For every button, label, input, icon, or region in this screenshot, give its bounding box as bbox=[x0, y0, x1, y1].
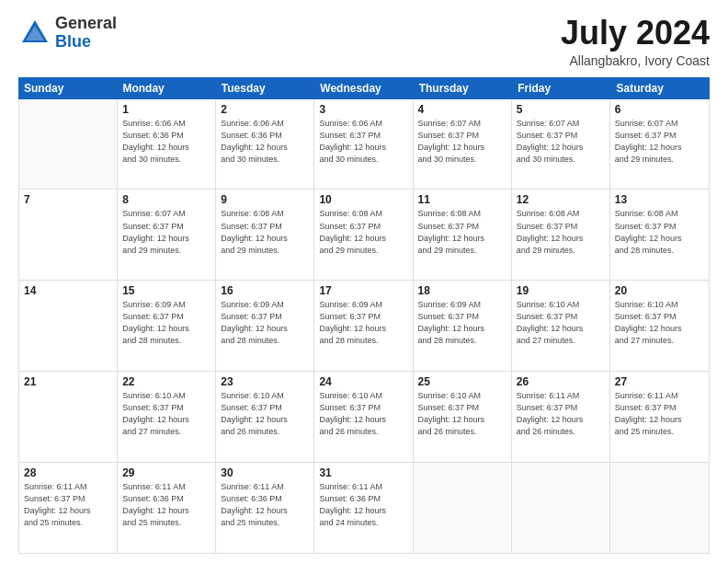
day-info: Sunrise: 6:11 AM Sunset: 6:37 PM Dayligh… bbox=[517, 390, 605, 438]
calendar-cell: 3Sunrise: 6:06 AM Sunset: 6:37 PM Daylig… bbox=[314, 99, 413, 190]
calendar-cell: 28Sunrise: 6:11 AM Sunset: 6:37 PM Dayli… bbox=[19, 463, 118, 553]
logo-blue: Blue bbox=[55, 33, 117, 52]
page: General Blue July 2024 Allangbakro, Ivor… bbox=[0, 0, 728, 563]
day-info: Sunrise: 6:08 AM Sunset: 6:37 PM Dayligh… bbox=[615, 208, 704, 256]
calendar-weekday: Tuesday bbox=[216, 77, 314, 99]
day-number: 21 bbox=[24, 375, 112, 388]
calendar-cell: 21 bbox=[19, 372, 118, 462]
day-info: Sunrise: 6:10 AM Sunset: 6:37 PM Dayligh… bbox=[319, 390, 407, 438]
calendar-cell: 19Sunrise: 6:10 AM Sunset: 6:37 PM Dayli… bbox=[512, 281, 610, 371]
day-info: Sunrise: 6:08 AM Sunset: 6:37 PM Dayligh… bbox=[221, 208, 309, 256]
subtitle: Allangbakro, Ivory Coast bbox=[561, 53, 710, 68]
day-number: 30 bbox=[221, 466, 309, 479]
calendar-weekday: Wednesday bbox=[314, 77, 413, 99]
calendar-row: 28Sunrise: 6:11 AM Sunset: 6:37 PM Dayli… bbox=[19, 463, 709, 553]
calendar-cell bbox=[610, 463, 709, 553]
day-number: 10 bbox=[319, 193, 407, 206]
calendar-cell: 27Sunrise: 6:11 AM Sunset: 6:37 PM Dayli… bbox=[610, 372, 709, 462]
calendar-cell: 7 bbox=[19, 190, 118, 280]
day-number: 20 bbox=[615, 284, 704, 297]
day-info: Sunrise: 6:09 AM Sunset: 6:37 PM Dayligh… bbox=[418, 299, 506, 347]
calendar-cell: 8Sunrise: 6:07 AM Sunset: 6:37 PM Daylig… bbox=[118, 190, 216, 280]
day-number: 12 bbox=[517, 193, 605, 206]
calendar-cell: 22Sunrise: 6:10 AM Sunset: 6:37 PM Dayli… bbox=[118, 372, 216, 462]
day-number: 11 bbox=[418, 193, 506, 206]
calendar-cell: 30Sunrise: 6:11 AM Sunset: 6:36 PM Dayli… bbox=[216, 463, 314, 553]
day-info: Sunrise: 6:07 AM Sunset: 6:37 PM Dayligh… bbox=[615, 118, 704, 166]
calendar-cell: 13Sunrise: 6:08 AM Sunset: 6:37 PM Dayli… bbox=[610, 190, 709, 280]
day-number: 2 bbox=[221, 103, 309, 116]
day-info: Sunrise: 6:09 AM Sunset: 6:37 PM Dayligh… bbox=[122, 299, 210, 347]
logo: General Blue bbox=[18, 15, 117, 52]
day-number: 7 bbox=[24, 193, 112, 206]
day-number: 14 bbox=[24, 284, 112, 297]
day-info: Sunrise: 6:08 AM Sunset: 6:37 PM Dayligh… bbox=[319, 208, 407, 256]
calendar-row: 1415Sunrise: 6:09 AM Sunset: 6:37 PM Day… bbox=[19, 281, 709, 372]
day-info: Sunrise: 6:10 AM Sunset: 6:37 PM Dayligh… bbox=[517, 299, 605, 347]
calendar-cell bbox=[512, 463, 610, 553]
title-block: July 2024 Allangbakro, Ivory Coast bbox=[561, 15, 710, 68]
calendar-cell: 23Sunrise: 6:10 AM Sunset: 6:37 PM Dayli… bbox=[216, 372, 314, 462]
day-info: Sunrise: 6:11 AM Sunset: 6:36 PM Dayligh… bbox=[221, 481, 309, 529]
calendar-cell: 4Sunrise: 6:07 AM Sunset: 6:37 PM Daylig… bbox=[414, 99, 512, 190]
calendar-cell: 15Sunrise: 6:09 AM Sunset: 6:37 PM Dayli… bbox=[118, 281, 216, 371]
day-number: 1 bbox=[122, 103, 210, 116]
day-info: Sunrise: 6:06 AM Sunset: 6:36 PM Dayligh… bbox=[122, 118, 210, 166]
day-number: 17 bbox=[319, 284, 407, 297]
calendar-body: 1Sunrise: 6:06 AM Sunset: 6:36 PM Daylig… bbox=[18, 99, 710, 554]
calendar-cell: 14 bbox=[19, 281, 118, 371]
calendar-cell: 31Sunrise: 6:11 AM Sunset: 6:36 PM Dayli… bbox=[314, 463, 413, 553]
day-number: 23 bbox=[221, 375, 309, 388]
calendar-cell: 11Sunrise: 6:08 AM Sunset: 6:37 PM Dayli… bbox=[414, 190, 512, 280]
day-info: Sunrise: 6:11 AM Sunset: 6:37 PM Dayligh… bbox=[24, 481, 112, 529]
day-info: Sunrise: 6:11 AM Sunset: 6:37 PM Dayligh… bbox=[615, 390, 704, 438]
day-number: 24 bbox=[319, 375, 407, 388]
day-number: 3 bbox=[319, 103, 407, 116]
calendar-cell: 18Sunrise: 6:09 AM Sunset: 6:37 PM Dayli… bbox=[414, 281, 512, 371]
day-info: Sunrise: 6:06 AM Sunset: 6:36 PM Dayligh… bbox=[221, 118, 309, 166]
day-number: 13 bbox=[615, 193, 704, 206]
calendar-cell: 16Sunrise: 6:09 AM Sunset: 6:37 PM Dayli… bbox=[216, 281, 314, 371]
day-number: 29 bbox=[122, 466, 210, 479]
calendar-cell: 6Sunrise: 6:07 AM Sunset: 6:37 PM Daylig… bbox=[610, 99, 709, 190]
day-number: 4 bbox=[418, 103, 506, 116]
logo-text: General Blue bbox=[55, 15, 117, 52]
day-number: 31 bbox=[319, 466, 407, 479]
calendar-cell: 24Sunrise: 6:10 AM Sunset: 6:37 PM Dayli… bbox=[314, 372, 413, 462]
calendar-cell: 20Sunrise: 6:10 AM Sunset: 6:37 PM Dayli… bbox=[610, 281, 709, 371]
day-info: Sunrise: 6:07 AM Sunset: 6:37 PM Dayligh… bbox=[418, 118, 506, 166]
calendar-weekday: Monday bbox=[117, 77, 215, 99]
calendar-weekday: Thursday bbox=[414, 77, 512, 99]
calendar-weekday: Sunday bbox=[18, 77, 117, 99]
day-info: Sunrise: 6:10 AM Sunset: 6:37 PM Dayligh… bbox=[418, 390, 506, 438]
day-info: Sunrise: 6:07 AM Sunset: 6:37 PM Dayligh… bbox=[122, 208, 210, 256]
day-info: Sunrise: 6:08 AM Sunset: 6:37 PM Dayligh… bbox=[517, 208, 605, 256]
logo-icon bbox=[18, 17, 51, 50]
day-number: 8 bbox=[122, 193, 210, 206]
day-info: Sunrise: 6:10 AM Sunset: 6:37 PM Dayligh… bbox=[615, 299, 704, 347]
day-number: 19 bbox=[517, 284, 605, 297]
calendar-cell: 29Sunrise: 6:11 AM Sunset: 6:36 PM Dayli… bbox=[118, 463, 216, 553]
day-info: Sunrise: 6:11 AM Sunset: 6:36 PM Dayligh… bbox=[319, 481, 407, 529]
day-info: Sunrise: 6:06 AM Sunset: 6:37 PM Dayligh… bbox=[319, 118, 407, 166]
day-number: 22 bbox=[122, 375, 210, 388]
main-title: July 2024 bbox=[561, 15, 710, 52]
day-number: 9 bbox=[221, 193, 309, 206]
calendar-cell: 1Sunrise: 6:06 AM Sunset: 6:36 PM Daylig… bbox=[118, 99, 216, 190]
calendar-cell: 25Sunrise: 6:10 AM Sunset: 6:37 PM Dayli… bbox=[414, 372, 512, 462]
day-info: Sunrise: 6:10 AM Sunset: 6:37 PM Dayligh… bbox=[122, 390, 210, 438]
calendar-row: 2122Sunrise: 6:10 AM Sunset: 6:37 PM Day… bbox=[19, 372, 709, 463]
calendar-cell: 17Sunrise: 6:09 AM Sunset: 6:37 PM Dayli… bbox=[314, 281, 413, 371]
calendar-cell: 26Sunrise: 6:11 AM Sunset: 6:37 PM Dayli… bbox=[512, 372, 610, 462]
calendar-cell: 2Sunrise: 6:06 AM Sunset: 6:36 PM Daylig… bbox=[216, 99, 314, 190]
calendar-cell: 9Sunrise: 6:08 AM Sunset: 6:37 PM Daylig… bbox=[216, 190, 314, 280]
day-number: 18 bbox=[418, 284, 506, 297]
header: General Blue July 2024 Allangbakro, Ivor… bbox=[18, 15, 710, 68]
day-number: 25 bbox=[418, 375, 506, 388]
day-number: 28 bbox=[24, 466, 112, 479]
day-number: 26 bbox=[517, 375, 605, 388]
calendar-row: 78Sunrise: 6:07 AM Sunset: 6:37 PM Dayli… bbox=[19, 190, 709, 281]
calendar-weekday: Saturday bbox=[611, 77, 710, 99]
calendar: SundayMondayTuesdayWednesdayThursdayFrid… bbox=[18, 77, 710, 554]
calendar-cell: 5Sunrise: 6:07 AM Sunset: 6:37 PM Daylig… bbox=[512, 99, 610, 190]
